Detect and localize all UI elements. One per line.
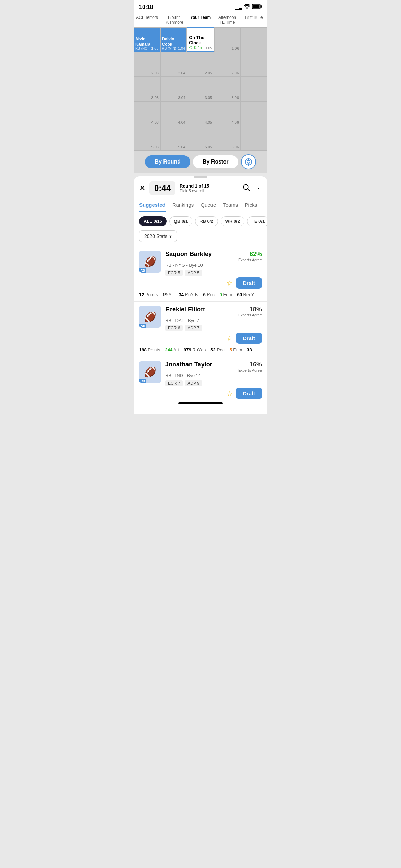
- tab-picks[interactable]: Picks: [245, 198, 257, 212]
- grid-cell-406: 4.06: [214, 101, 241, 126]
- draft-button-jonathan[interactable]: Draft: [236, 388, 262, 399]
- grid-cell-503: 5.03: [134, 126, 160, 151]
- ecr-tag: ECR 5: [165, 270, 183, 276]
- player-info-jonathan: Jonathan Taylor 16% Experts Agree RB - I…: [165, 361, 262, 386]
- favorite-icon-jonathan[interactable]: ☆: [227, 389, 233, 398]
- svg-rect-1: [261, 5, 262, 8]
- stat-points: 12 Points: [139, 292, 158, 297]
- player-card-jonathan: 🏈 RB Jonathan Taylor 16% Experts Agree R…: [134, 357, 267, 399]
- player-info-ezekiel: Ezekiel Elliott 18% Experts Agree RB - D…: [165, 306, 262, 331]
- pos-chip-wr[interactable]: WR 0/2: [221, 216, 244, 226]
- player-name-row: Ezekiel Elliott 18% Experts Agree: [165, 306, 262, 317]
- grid-cell-304: 3.04: [160, 77, 187, 101]
- player-name: Dalvin Cook: [162, 37, 185, 47]
- grid-row: 3.03 3.04 3.05 3.06: [134, 77, 267, 101]
- grid-cell-506: 5.06: [214, 126, 241, 151]
- grid-cell-505: 5.05: [187, 126, 214, 151]
- player-name-saquon: Saquon Barkley: [165, 251, 212, 258]
- pick-num: 1.04: [178, 46, 185, 50]
- search-icon[interactable]: [243, 184, 250, 193]
- player-card-top: 🏈 RB Saquon Barkley 62% Experts Agree RB…: [139, 251, 262, 276]
- pick-num: 4.03: [151, 120, 159, 124]
- grid-cell-106: 1.06: [214, 27, 241, 52]
- player-avatar-jonathan: 🏈 RB: [139, 361, 161, 383]
- pick-num: 2.04: [178, 71, 185, 75]
- grid-cell-dalvin[interactable]: Dalvin Cook RB (MIN) 1.04: [160, 27, 187, 52]
- player-tags-ezekiel: ECR 6 ADP 7: [165, 325, 262, 331]
- pick-num: 2.06: [232, 71, 239, 75]
- experts-label: Experts Agree: [238, 313, 262, 317]
- home-indicator: [178, 402, 223, 404]
- status-time: 10:18: [139, 4, 153, 10]
- grid-cell-504: 5.04: [160, 126, 187, 151]
- stats-row-saquon: 12 Points 19 Att 34 RuYds 6 Rec 0 Fum 60…: [139, 289, 262, 301]
- clock-pick: 1.05: [205, 46, 212, 50]
- player-action-row-jonathan: ☆ Draft: [139, 388, 262, 399]
- pick-num: 3.05: [205, 96, 212, 100]
- pick-text: Pick 5 overall: [180, 189, 239, 193]
- stat-rec: 6 Rec: [203, 292, 215, 297]
- bottom-sheet: ✕ 0:44 Round 1 of 15 Pick 5 overall ⋮ Su…: [134, 176, 267, 414]
- target-button[interactable]: [241, 154, 256, 169]
- tab-queue[interactable]: Queue: [200, 198, 216, 212]
- tab-suggested[interactable]: Suggested: [139, 198, 166, 212]
- wifi-icon: [244, 4, 250, 10]
- grid-cell-alvin[interactable]: Alvin Kamara RB (NO) 1.03: [134, 27, 160, 52]
- team-header-yours: Your Team: [187, 14, 214, 25]
- team-headers: ACL Terrors Blount Rushmore Your Team Af…: [134, 12, 267, 27]
- grid-cell-404: 4.04: [160, 101, 187, 126]
- tab-rankings[interactable]: Rankings: [172, 198, 194, 212]
- team-header-afternoon: Afternoon TE Time: [214, 14, 241, 25]
- sheet-header-icons: ⋮: [243, 184, 262, 193]
- grid-area: Alvin Kamara RB (NO) 1.03 Dalvin Cook RB…: [134, 27, 267, 151]
- svg-point-4: [247, 160, 250, 163]
- experts-label: Experts Agree: [238, 258, 262, 262]
- pos-chip-qb[interactable]: QB 0/1: [169, 216, 192, 226]
- draft-button-ezekiel[interactable]: Draft: [236, 333, 262, 344]
- sheet-header: ✕ 0:44 Round 1 of 15 Pick 5 overall ⋮: [134, 178, 267, 198]
- pos-chip-all[interactable]: ALL 0/15: [139, 216, 167, 226]
- stats-dropdown[interactable]: 2020 Stats ▾: [139, 230, 177, 242]
- ecr-tag: ECR 6: [165, 325, 183, 331]
- draft-button-saquon[interactable]: Draft: [236, 277, 262, 289]
- team-header-acl: ACL Terrors: [134, 14, 160, 25]
- adp-tag: ADP 5: [185, 270, 202, 276]
- more-options-icon[interactable]: ⋮: [255, 184, 262, 192]
- sheet-timer: 0:44: [149, 181, 175, 195]
- player-tags-saquon: ECR 5 ADP 5: [165, 270, 262, 276]
- stats-label: 2020 Stats: [144, 233, 167, 239]
- player-avatar-saquon: 🏈 RB: [139, 251, 161, 273]
- round-text: Round 1 of 15: [180, 183, 239, 189]
- tabs-row: Suggested Rankings Queue Teams Picks: [134, 198, 267, 212]
- stat-ruyds: 34 RuYds: [179, 292, 198, 297]
- pos-chip-rb[interactable]: RB 0/2: [195, 216, 218, 226]
- pick-num: 3.06: [232, 96, 239, 100]
- by-round-button[interactable]: By Round: [145, 155, 190, 168]
- by-roster-button[interactable]: By Roster: [193, 155, 238, 168]
- pick-num: 4.05: [205, 120, 212, 124]
- team-header-britt: Britt Bulle: [241, 14, 267, 25]
- stat-ruyds: 979 RuYds: [184, 347, 206, 352]
- player-avatar-ezekiel: 🏈 RB: [139, 306, 161, 328]
- favorite-icon-ezekiel[interactable]: ☆: [227, 334, 233, 342]
- stat-recy: 60 RecY: [237, 292, 254, 297]
- grid-cell-204: 2.04: [160, 52, 187, 77]
- player-action-row-ezekiel: ☆ Draft: [139, 333, 262, 344]
- team-header-blount: Blount Rushmore: [160, 14, 187, 25]
- tab-teams[interactable]: Teams: [223, 198, 238, 212]
- pick-num: 4.04: [178, 120, 185, 124]
- grid-cell-403: 4.03: [134, 101, 160, 126]
- chevron-down-icon: ▾: [169, 233, 172, 239]
- grid-row: 2.03 2.04 2.05 2.06: [134, 52, 267, 77]
- close-button[interactable]: ✕: [139, 184, 145, 193]
- clock-icon: ⏱: [189, 45, 193, 50]
- grid-cell-extra1: [241, 27, 267, 52]
- agree-pct-saquon: 62%: [238, 251, 262, 258]
- pos-chip-te[interactable]: TE 0/1: [247, 216, 267, 226]
- pick-num: 2.05: [205, 71, 212, 75]
- grid-cell-onclock[interactable]: On The Clock ⏱ 0:45 1.05: [187, 27, 214, 52]
- player-info-saquon: Saquon Barkley 62% Experts Agree RB - NY…: [165, 251, 262, 276]
- battery-icon: [252, 4, 262, 10]
- favorite-icon-saquon[interactable]: ☆: [227, 279, 233, 287]
- player-name-jonathan: Jonathan Taylor: [165, 361, 212, 368]
